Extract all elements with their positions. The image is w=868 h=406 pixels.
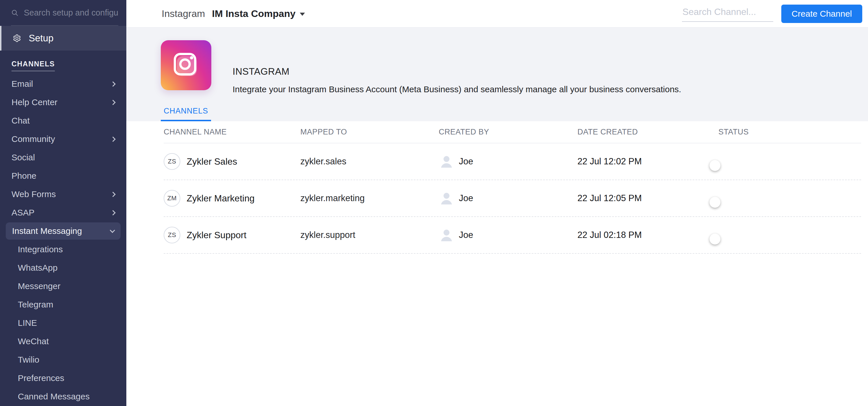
sidebar-item-setup[interactable]: Setup <box>0 26 126 51</box>
channel-name-cell: ZS Zykler Sales <box>164 153 300 170</box>
column-header-date-created: DATE CREATED <box>578 127 718 137</box>
creator-name: Joe <box>459 156 473 167</box>
toggle-knob <box>710 234 720 244</box>
instagram-app-icon <box>161 40 211 90</box>
setup-search-input[interactable] <box>24 8 118 18</box>
table-header-row: CHANNEL NAME MAPPED TO CREATED BY DATE C… <box>164 121 861 143</box>
sidebar-nav: Email Help Center Chat Community Social … <box>0 75 126 406</box>
column-header-status: STATUS <box>718 127 861 137</box>
sidebar-item-twilio[interactable]: Twilio <box>0 351 126 369</box>
sidebar-section-channels: CHANNELS <box>11 60 126 71</box>
channels-table: CHANNEL NAME MAPPED TO CREATED BY DATE C… <box>126 121 868 406</box>
app-window: Setup CHANNELS Email Help Center Chat Co… <box>0 0 868 406</box>
chevron-down-icon <box>110 228 115 233</box>
sidebar-item-chat[interactable]: Chat <box>0 112 126 130</box>
sidebar-item-help-center[interactable]: Help Center <box>0 93 126 112</box>
sidebar-search <box>11 0 118 26</box>
hero-text: INSTAGRAM Integrate your Instagram Busin… <box>232 66 681 94</box>
created-by-cell: Joe <box>439 154 578 169</box>
sidebar-item-web-forms[interactable]: Web Forms <box>0 185 126 203</box>
setup-sidebar: Setup CHANNELS Email Help Center Chat Co… <box>0 0 126 406</box>
topbar: Instagram IM Insta Company Create Channe… <box>126 0 868 28</box>
channel-name-cell: ZM Zykler Marketing <box>164 190 300 207</box>
company-selector[interactable]: IM Insta Company <box>212 8 305 19</box>
sidebar-item-email[interactable]: Email <box>0 75 126 93</box>
sidebar-item-whatsapp[interactable]: WhatsApp <box>0 259 126 277</box>
toggle-knob <box>710 160 720 171</box>
channel-name: Zykler Support <box>187 230 246 240</box>
tab-strip: CHANNELS <box>161 107 211 121</box>
channel-avatar: ZS <box>164 227 180 243</box>
chevron-right-icon <box>110 137 116 142</box>
creator-name: Joe <box>459 230 473 240</box>
date-created-cell: 22 Jul 12:05 PM <box>578 193 718 203</box>
channel-avatar: ZM <box>164 190 180 207</box>
gear-icon <box>12 34 21 42</box>
mapped-to-cell: zykler.marketing <box>300 193 439 203</box>
column-header-channel-name: CHANNEL NAME <box>164 127 300 137</box>
channel-name: Zykler Sales <box>187 156 237 167</box>
channel-avatar: ZS <box>164 153 180 170</box>
mapped-to-cell: zykler.support <box>300 230 439 240</box>
sidebar-item-wechat[interactable]: WeChat <box>0 332 126 351</box>
chevron-right-icon <box>110 192 116 197</box>
sidebar-item-messenger[interactable]: Messenger <box>0 277 126 295</box>
sidebar-item-asap[interactable]: ASAP <box>0 203 126 222</box>
table-row[interactable]: ZM Zykler Marketing zykler.marketing Joe… <box>164 180 861 217</box>
column-header-created-by: CREATED BY <box>439 127 578 137</box>
instagram-hero: INSTAGRAM Integrate your Instagram Busin… <box>126 28 868 121</box>
topbar-actions: Create Channel <box>682 5 862 23</box>
sidebar-item-community[interactable]: Community <box>0 130 126 148</box>
date-created-cell: 22 Jul 02:18 PM <box>578 230 718 240</box>
chevron-right-icon <box>110 81 116 86</box>
table-row[interactable]: ZS Zykler Sales zykler.sales Joe 22 Jul … <box>164 143 861 180</box>
person-icon <box>439 154 454 169</box>
sidebar-item-integrations[interactable]: Integrations <box>0 240 126 259</box>
mapped-to-cell: zykler.sales <box>300 156 439 167</box>
tab-channels[interactable]: CHANNELS <box>161 107 211 121</box>
sidebar-item-canned-messages[interactable]: Canned Messages <box>0 387 126 406</box>
sidebar-item-social[interactable]: Social <box>0 148 126 167</box>
chevron-right-icon <box>110 210 116 215</box>
table-row[interactable]: ZS Zykler Support zykler.support Joe 22 … <box>164 217 861 254</box>
created-by-cell: Joe <box>439 191 578 206</box>
created-by-cell: Joe <box>439 227 578 243</box>
create-channel-button[interactable]: Create Channel <box>781 5 862 23</box>
setup-label: Setup <box>29 33 53 44</box>
hero-description: Integrate your Instagram Business Accoun… <box>232 85 681 94</box>
chevron-right-icon <box>110 100 116 105</box>
creator-name: Joe <box>459 193 473 203</box>
hero-title: INSTAGRAM <box>232 66 681 77</box>
column-header-mapped-to: MAPPED TO <box>300 127 439 137</box>
sidebar-item-phone[interactable]: Phone <box>0 167 126 185</box>
sidebar-item-preferences[interactable]: Preferences <box>0 369 126 387</box>
person-icon <box>439 191 454 206</box>
channel-name: Zykler Marketing <box>187 193 255 204</box>
main-area: Instagram IM Insta Company Create Channe… <box>126 0 868 406</box>
search-icon <box>11 9 19 17</box>
page-title: Instagram <box>162 8 205 19</box>
channel-search-input[interactable] <box>682 5 773 22</box>
sidebar-item-instant-messaging[interactable]: Instant Messaging <box>6 223 121 240</box>
sidebar-item-line[interactable]: LINE <box>0 314 126 332</box>
sidebar-item-telegram[interactable]: Telegram <box>0 295 126 314</box>
camera-icon <box>171 50 201 80</box>
channel-name-cell: ZS Zykler Support <box>164 227 300 243</box>
toggle-knob <box>710 197 720 208</box>
person-icon <box>439 227 454 243</box>
date-created-cell: 22 Jul 12:02 PM <box>578 156 718 167</box>
dropdown-caret-icon <box>300 12 305 16</box>
